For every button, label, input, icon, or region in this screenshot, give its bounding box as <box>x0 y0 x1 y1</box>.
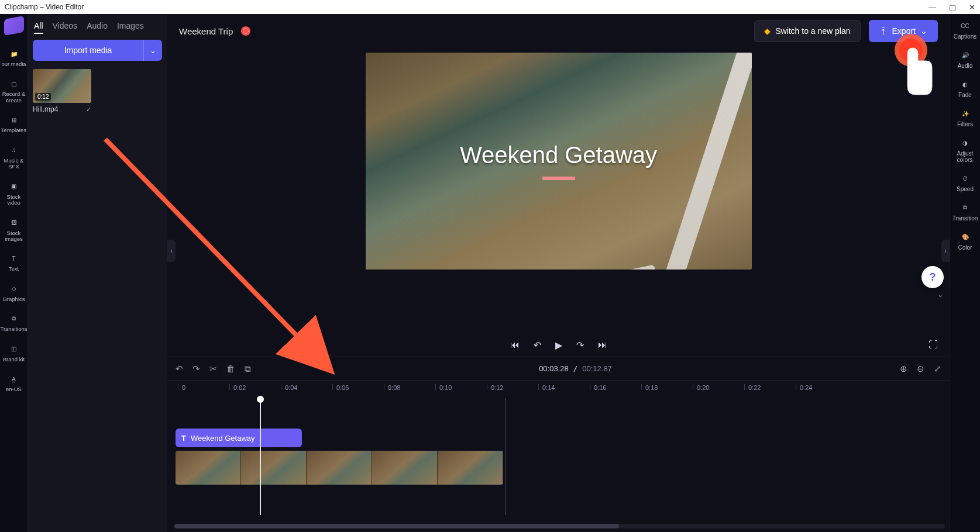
left-sidebar: 📁 our media ▢ Record & create ⊞ Template… <box>0 14 28 532</box>
rightrail-transition[interactable]: ⧉ Transition <box>950 202 981 222</box>
rightrail-audio[interactable]: 🔊 Audio <box>950 49 981 69</box>
shapes-icon: ◇ <box>8 283 20 295</box>
language-icon: A̲ <box>8 373 20 385</box>
zoom-in-button[interactable]: ⊕ <box>900 364 907 374</box>
sidebar-item-brand-kit[interactable]: ◫ Brand kit <box>0 342 28 364</box>
redo-button[interactable]: ↷ <box>192 364 200 374</box>
delete-button[interactable]: 🗑 <box>226 364 235 374</box>
fullscreen-button[interactable]: ⛶ <box>929 340 938 350</box>
close-button[interactable]: ✕ <box>969 3 975 12</box>
rightrail-captions[interactable]: CC Captions <box>950 20 981 40</box>
sidebar-item-your-media[interactable]: 📁 our media <box>0 47 28 68</box>
collapse-media-panel-button[interactable]: ‹ <box>167 240 176 262</box>
timeline-scrollbar[interactable] <box>174 524 945 528</box>
speaker-icon: 🔊 <box>960 49 971 61</box>
rightrail-color[interactable]: 🎨 Color <box>950 231 981 251</box>
play-button[interactable]: ▶ <box>555 340 562 351</box>
sidebar-item-graphics[interactable]: ◇ Graphics <box>0 282 28 303</box>
camera-icon: ▢ <box>8 78 20 89</box>
media-tabs: All Videos Audio Images <box>33 19 162 40</box>
timeline[interactable]: 00:020:040:060:080:100:120:140:160:180:2… <box>167 380 950 532</box>
tab-all[interactable]: All <box>34 21 43 34</box>
tab-audio[interactable]: Audio <box>87 21 108 34</box>
rightrail-speed[interactable]: ⏱ Speed <box>950 172 981 192</box>
window-title: Clipchamp – Video Editor <box>5 3 84 11</box>
notifications-icon[interactable] <box>241 26 250 36</box>
skip-back-button[interactable]: ⏮ <box>510 340 520 350</box>
timeline-tracks[interactable]: T Weekend Getaway <box>167 398 950 515</box>
chevron-down-icon: ⌄ <box>150 46 156 55</box>
brand-icon: ◫ <box>8 343 20 355</box>
window-controls: — ▢ ✕ <box>929 3 975 12</box>
titlebar: Clipchamp – Video Editor — ▢ ✕ <box>0 0 980 14</box>
undo-button[interactable]: ↶ <box>176 364 183 374</box>
overlay-title: Weekend Getaway <box>366 53 752 270</box>
ruler-tick: 0:08 <box>384 384 400 390</box>
scrollbar-thumb[interactable] <box>174 524 619 528</box>
sidebar-item-stock-images[interactable]: 🖼 Stock images <box>0 216 28 244</box>
project-name[interactable]: Weekend Trip <box>179 26 233 36</box>
speed-icon: ⏱ <box>960 172 971 184</box>
fit-timeline-button[interactable]: ⤢ <box>934 364 941 374</box>
duplicate-button[interactable]: ⧉ <box>245 364 251 374</box>
tab-videos[interactable]: Videos <box>53 21 78 34</box>
clip-thumbnail: 0:12 <box>33 69 91 103</box>
transport-controls: ⏮ ↶ ▶ ↷ ⏭ ⛶ <box>167 333 950 357</box>
zoom-out-button[interactable]: ⊖ <box>917 364 924 374</box>
ruler-tick: 0 <box>178 384 185 390</box>
sidebar-item-record[interactable]: ▢ Record & create <box>0 77 28 105</box>
text-icon: T <box>8 253 20 264</box>
rightrail-filters[interactable]: ✨ Filters <box>950 108 981 127</box>
center-area: Weekend Trip ◆ Switch to a new plan ⭱ Ex… <box>167 14 950 532</box>
sidebar-item-transitions[interactable]: ⧉ Transitions <box>0 312 28 333</box>
sidebar-item-locale[interactable]: A̲ en-US <box>0 372 28 393</box>
video-preview[interactable]: Weekend Getaway <box>366 53 752 270</box>
sidebar-item-text[interactable]: T Text <box>0 251 28 273</box>
upgrade-plan-button[interactable]: ◆ Switch to a new plan <box>754 20 860 42</box>
tab-images[interactable]: Images <box>117 21 144 34</box>
top-bar: Weekend Trip ◆ Switch to a new plan ⭱ Ex… <box>167 14 950 48</box>
app-logo <box>4 16 24 36</box>
sidebar-item-stock-video[interactable]: ▣ Stock video <box>0 179 28 208</box>
import-media-button[interactable]: Import media <box>33 40 143 61</box>
transitions-icon: ⧉ <box>8 313 20 324</box>
image-icon: 🖼 <box>8 217 20 229</box>
palette-icon: 🎨 <box>960 231 971 243</box>
chevron-down-icon: ⌄ <box>920 26 927 36</box>
export-button[interactable]: ⭱ Export ⌄ <box>869 20 938 42</box>
media-clip[interactable]: 0:12 Hill.mp4 ✓ <box>33 69 91 113</box>
minimize-button[interactable]: — <box>929 3 936 12</box>
skip-forward-button[interactable]: ⏭ <box>598 340 607 350</box>
export-icon: ⭱ <box>879 26 888 36</box>
contrast-icon: ◑ <box>960 137 971 148</box>
forward-5s-button[interactable]: ↷ <box>576 340 584 351</box>
playhead[interactable] <box>260 398 261 515</box>
rightrail-adjust-colors[interactable]: ◑ Adjust colors <box>950 137 981 163</box>
rewind-5s-button[interactable]: ↶ <box>534 340 541 351</box>
ruler-tick: 0:02 <box>229 384 246 390</box>
import-dropdown-button[interactable]: ⌄ <box>143 40 162 61</box>
split-button[interactable]: ✂ <box>209 364 217 374</box>
timeline-ruler[interactable]: 00:020:040:060:080:100:120:140:160:180:2… <box>167 381 950 398</box>
text-clip-icon: T <box>181 434 186 443</box>
rightrail-fade[interactable]: ◐ Fade <box>950 78 981 98</box>
text-clip[interactable]: T Weekend Getaway <box>176 429 302 447</box>
timecode: 00:03.28 / 00:12.87 <box>260 364 890 373</box>
sidebar-item-music[interactable]: ♫ Music & SFX <box>0 143 28 171</box>
sidebar-item-templates[interactable]: ⊞ Templates <box>0 113 28 134</box>
ruler-tick: 0:22 <box>744 384 761 390</box>
filters-icon: ✨ <box>960 108 971 119</box>
fade-icon: ◐ <box>960 78 971 90</box>
collapse-properties-panel-button[interactable]: › <box>941 240 950 262</box>
maximize-button[interactable]: ▢ <box>949 3 956 12</box>
ruler-tick: 0:18 <box>641 384 658 390</box>
video-clip[interactable] <box>176 451 503 485</box>
clip-duration: 0:12 <box>35 93 51 101</box>
ruler-tick: 0:14 <box>538 384 555 390</box>
expand-rightrail-button[interactable]: ⌄ <box>934 290 946 299</box>
help-button[interactable]: ? <box>921 266 944 288</box>
ruler-tick: 0:16 <box>590 384 606 390</box>
ruler-tick: 0:12 <box>487 384 503 390</box>
ruler-tick: 0:20 <box>693 384 709 390</box>
captions-icon: CC <box>960 20 971 32</box>
